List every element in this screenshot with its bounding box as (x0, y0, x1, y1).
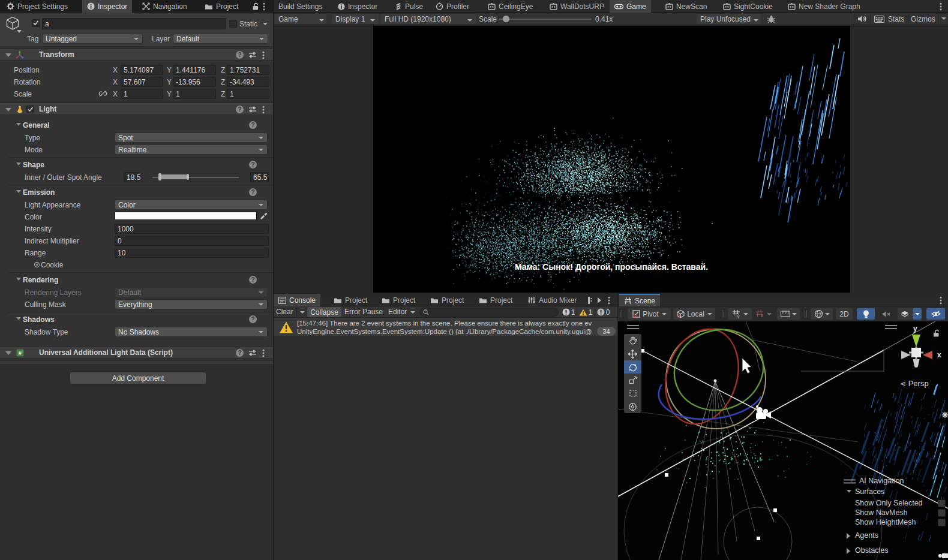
svg-text:Мама: Сынок! Дорогой, просыпай: Мама: Сынок! Дорогой, просыпайся. Встава… (515, 262, 708, 272)
svg-text:#: # (19, 350, 22, 356)
svg-text:Y: Y (737, 314, 740, 319)
